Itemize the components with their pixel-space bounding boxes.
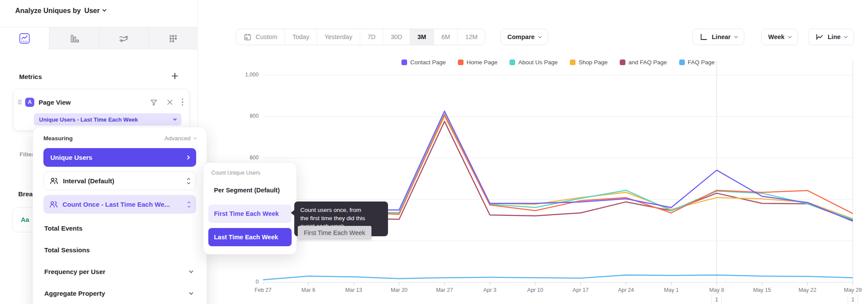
line-style-icon bbox=[815, 33, 824, 41]
flow-chart-icon bbox=[118, 33, 129, 44]
y-axis-tick-label: 0 bbox=[234, 279, 259, 285]
annotation-badge[interactable]: 1 bbox=[711, 294, 722, 304]
menu-item-frequency-per-user[interactable]: Frequency per User bbox=[43, 261, 196, 282]
date-range-toolbar: Custom TodayYesterday7D30D3M6M12M bbox=[236, 29, 485, 45]
x-axis-tick-label: Mar 20 bbox=[391, 287, 408, 293]
entity-value: User bbox=[84, 7, 100, 15]
add-metric-button[interactable] bbox=[171, 72, 179, 81]
stepper-icon bbox=[187, 178, 190, 184]
unique-users-option[interactable]: Unique Users bbox=[43, 148, 196, 167]
range-custom-label: Custom bbox=[256, 33, 277, 40]
chevron-down-icon bbox=[788, 34, 791, 38]
measure-pill-label: Unique Users - Last Time Each Week bbox=[39, 116, 174, 123]
interval-default-label: Interval (Default) bbox=[63, 177, 114, 185]
line-chart-icon bbox=[19, 33, 30, 44]
submenu-item-per-segment-default-[interactable]: Per Segment (Default) bbox=[208, 181, 292, 199]
y-axis-tick-label: 600 bbox=[234, 155, 259, 161]
drag-ghost-label: First Time Each Week bbox=[298, 226, 372, 239]
count-once-label: Count Once - Last Time Each We... bbox=[62, 201, 170, 208]
chevron-down-icon bbox=[189, 291, 194, 295]
event-name[interactable]: Page View bbox=[39, 99, 150, 106]
users-icon bbox=[50, 177, 58, 185]
x-axis-tick-label: Mar 13 bbox=[345, 287, 362, 293]
x-axis-tick-label: May 8 bbox=[709, 287, 724, 293]
range-30d[interactable]: 30D bbox=[383, 29, 410, 45]
range-3m[interactable]: 3M bbox=[410, 29, 434, 45]
compare-label: Compare bbox=[507, 33, 535, 40]
range-yesterday[interactable]: Yesterday bbox=[317, 29, 360, 45]
calendar-icon bbox=[243, 33, 252, 41]
annotation-badge[interactable]: 1 bbox=[848, 294, 858, 304]
interval-default-option[interactable]: Interval (Default) bbox=[43, 172, 196, 190]
range-12m[interactable]: 12M bbox=[458, 29, 485, 45]
bar-chart-icon bbox=[69, 33, 80, 44]
x-axis-tick-label: Feb 27 bbox=[255, 287, 272, 293]
range-7d[interactable]: 7D bbox=[360, 29, 384, 45]
metrics-heading: Metrics bbox=[19, 73, 42, 80]
chevron-down-icon bbox=[538, 34, 542, 38]
analyze-uniques-label: Analyze Uniques by bbox=[15, 7, 81, 15]
count-once-option[interactable]: Count Once - Last Time Each We... bbox=[43, 195, 196, 214]
linear-axes-icon bbox=[699, 33, 708, 41]
menu-item-label: Aggregate Property bbox=[44, 290, 105, 297]
close-icon[interactable] bbox=[166, 99, 174, 106]
chart-type-tabs bbox=[0, 27, 198, 50]
x-axis-tick-label: Mar 6 bbox=[302, 287, 316, 293]
tab-scatter-grid[interactable] bbox=[149, 27, 198, 50]
x-axis-tick-label: Apr 10 bbox=[527, 287, 543, 293]
more-options-icon[interactable] bbox=[182, 99, 183, 106]
chart-style-value: Line bbox=[828, 33, 841, 40]
y-axis-tick-label: 1,000 bbox=[234, 72, 259, 78]
scale-selector-button[interactable]: Linear bbox=[692, 29, 744, 45]
aa-property-label: Aa bbox=[21, 216, 29, 223]
submenu-item-last-time-each-week[interactable]: Last Time Each Week bbox=[208, 228, 292, 246]
menu-item-label: Frequency per User bbox=[44, 268, 105, 275]
tooltip-text-line: the first time they did this bbox=[300, 215, 382, 223]
range-6m[interactable]: 6M bbox=[434, 29, 458, 45]
interval-selector-button[interactable]: Week bbox=[761, 29, 798, 45]
measuring-popup: Measuring Advanced Unique Users Interval… bbox=[33, 127, 207, 304]
filter-funnel-icon[interactable] bbox=[150, 98, 158, 106]
chart-style-selector-button[interactable]: Line bbox=[808, 29, 854, 45]
x-axis-tick-label: May 22 bbox=[799, 287, 816, 293]
tooltip-arrow-icon bbox=[291, 210, 295, 216]
tab-line-chart[interactable] bbox=[0, 27, 49, 50]
x-axis-tick-label: May 1 bbox=[664, 287, 679, 293]
chevron-down-icon bbox=[189, 269, 194, 273]
menu-item-total-events[interactable]: Total Events bbox=[43, 217, 196, 239]
compare-button[interactable]: Compare bbox=[500, 29, 548, 45]
chevron-down-icon bbox=[102, 7, 106, 12]
page-title: Analyze Uniques by User bbox=[15, 7, 106, 15]
count-unique-submenu: Count Unique Users Per Segment (Default)… bbox=[203, 162, 297, 254]
entity-dropdown[interactable]: User bbox=[84, 7, 106, 15]
menu-item-total-sessions[interactable]: Total Sessions bbox=[43, 239, 196, 261]
grid-dots-icon bbox=[168, 33, 179, 44]
line-chart-plot[interactable] bbox=[263, 61, 853, 287]
measure-menu-list: Total EventsTotal SessionsFrequency per … bbox=[43, 217, 196, 304]
users-icon bbox=[49, 201, 58, 208]
scale-value: Linear bbox=[712, 33, 731, 40]
range-custom[interactable]: Custom bbox=[236, 29, 285, 45]
advanced-label: Advanced bbox=[164, 135, 191, 142]
analytics-app: Analyze Uniques by User bbox=[0, 0, 868, 304]
interval-value: Week bbox=[768, 33, 785, 40]
x-axis-tick-label: Apr 24 bbox=[618, 287, 634, 293]
measure-selector-pill[interactable]: Unique Users - Last Time Each Week bbox=[34, 113, 181, 126]
chevron-down-icon bbox=[734, 34, 737, 38]
x-axis-tick-label: Mar 27 bbox=[436, 287, 453, 293]
menu-item-label: Total Events bbox=[44, 225, 82, 232]
tab-bar-chart[interactable] bbox=[49, 27, 99, 50]
range-today[interactable]: Today bbox=[285, 29, 317, 45]
submenu-item-first-time-each-week[interactable]: First Time Each Week bbox=[208, 205, 292, 223]
drag-handle-icon[interactable] bbox=[18, 100, 22, 104]
menu-item-label: Total Sessions bbox=[44, 246, 90, 254]
series-line-faq-page[interactable] bbox=[263, 275, 853, 280]
chevron-down-icon bbox=[844, 34, 848, 38]
tab-flow-chart[interactable] bbox=[99, 27, 149, 50]
menu-item-aggregate-property[interactable]: Aggregate Property bbox=[43, 282, 196, 304]
x-axis-tick-label: May 29 bbox=[844, 287, 862, 293]
metrics-section-header: Metrics bbox=[19, 72, 179, 81]
event-badge: A bbox=[25, 98, 34, 107]
advanced-toggle[interactable]: Advanced bbox=[164, 135, 196, 142]
chevron-down-icon bbox=[173, 117, 177, 120]
